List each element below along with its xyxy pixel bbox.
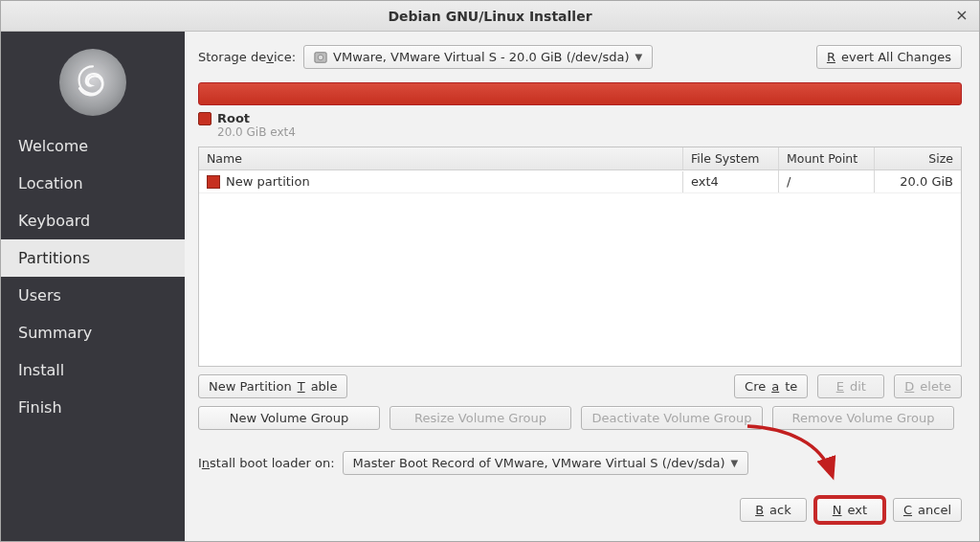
- disk-icon: [314, 51, 327, 64]
- titlebar: Debian GNU/Linux Installer ×: [1, 1, 979, 32]
- swirl-icon: [72, 61, 114, 103]
- bootloader-label: Install boot loader on:: [198, 456, 335, 470]
- partition-fs: ext4: [683, 170, 779, 192]
- col-mountpoint[interactable]: Mount Point: [779, 147, 875, 169]
- storage-label: Storage device:: [198, 50, 296, 64]
- partition-name: New partition: [226, 174, 310, 189]
- window-title: Debian GNU/Linux Installer: [1, 9, 979, 24]
- edit-button: Edit: [817, 374, 884, 398]
- storage-row: Storage device: VMware, VMware Virtual S…: [198, 45, 962, 69]
- bootloader-combo[interactable]: Master Boot Record of VMware, VMware Vir…: [343, 451, 749, 475]
- chevron-down-icon: ▼: [731, 458, 739, 468]
- root-name: Root: [217, 111, 250, 125]
- root-legend: Root: [198, 111, 962, 125]
- sidebar-item-location[interactable]: Location: [1, 165, 185, 202]
- close-icon[interactable]: ×: [952, 7, 971, 26]
- table-header: Name File System Mount Point Size: [199, 147, 961, 170]
- resize-volume-group-button: Resize Volume Group: [390, 406, 571, 430]
- table-row[interactable]: New partition ext4 / 20.0 GiB: [199, 170, 961, 193]
- vg-actions: New Volume Group Resize Volume Group Dea…: [198, 406, 962, 430]
- new-volume-group-button[interactable]: New Volume Group: [198, 406, 380, 430]
- sidebar-item-users[interactable]: Users: [1, 277, 185, 314]
- cancel-button[interactable]: Cancel: [893, 498, 962, 522]
- revert-button[interactable]: Revert All Changes: [816, 45, 962, 69]
- deactivate-volume-group-button: Deactivate Volume Group: [581, 406, 763, 430]
- sidebar-item-install[interactable]: Install: [1, 351, 185, 389]
- table-body: New partition ext4 / 20.0 GiB: [199, 170, 961, 366]
- root-swatch: [198, 112, 212, 125]
- sidebar-item-keyboard[interactable]: Keyboard: [1, 202, 185, 239]
- delete-button: Delete: [894, 374, 962, 398]
- debian-logo: [59, 49, 126, 116]
- installer-window: Debian GNU/Linux Installer × Welcome Loc…: [0, 0, 980, 542]
- partition-swatch: [207, 175, 220, 189]
- col-filesystem[interactable]: File System: [683, 147, 779, 169]
- new-partition-table-button[interactable]: New Partition Table: [198, 374, 347, 398]
- main-panel: Storage device: VMware, VMware Virtual S…: [185, 32, 979, 541]
- next-button[interactable]: Next: [816, 498, 883, 522]
- sidebar-item-summary[interactable]: Summary: [1, 314, 185, 351]
- sidebar-item-partitions[interactable]: Partitions: [1, 239, 185, 277]
- svg-point-1: [318, 55, 323, 60]
- storage-device-combo[interactable]: VMware, VMware Virtual S - 20.0 GiB (/de…: [303, 45, 653, 69]
- col-size[interactable]: Size: [875, 147, 961, 169]
- col-name[interactable]: Name: [199, 147, 683, 169]
- partition-mp: /: [779, 170, 875, 192]
- bootloader-value: Master Boot Record of VMware, VMware Vir…: [353, 456, 725, 470]
- remove-volume-group-button: Remove Volume Group: [772, 406, 954, 430]
- root-usage-bar: [198, 82, 962, 105]
- sidebar: Welcome Location Keyboard Partitions Use…: [1, 32, 185, 541]
- window-body: Welcome Location Keyboard Partitions Use…: [1, 32, 979, 541]
- chevron-down-icon: ▼: [635, 52, 643, 62]
- root-subtitle: 20.0 GiB ext4: [217, 125, 962, 139]
- wizard-footer: Back Next Cancel: [198, 498, 962, 522]
- partition-actions: New Partition Table Create Edit Delete: [198, 374, 962, 398]
- bootloader-row: Install boot loader on: Master Boot Reco…: [198, 451, 962, 475]
- back-button[interactable]: Back: [740, 498, 807, 522]
- partition-table: Name File System Mount Point Size New pa…: [198, 147, 962, 367]
- sidebar-item-finish[interactable]: Finish: [1, 389, 185, 426]
- storage-device-value: VMware, VMware Virtual S - 20.0 GiB (/de…: [333, 50, 629, 64]
- sidebar-item-welcome[interactable]: Welcome: [1, 127, 185, 165]
- partition-size: 20.0 GiB: [875, 170, 961, 192]
- create-button[interactable]: Create: [734, 374, 808, 398]
